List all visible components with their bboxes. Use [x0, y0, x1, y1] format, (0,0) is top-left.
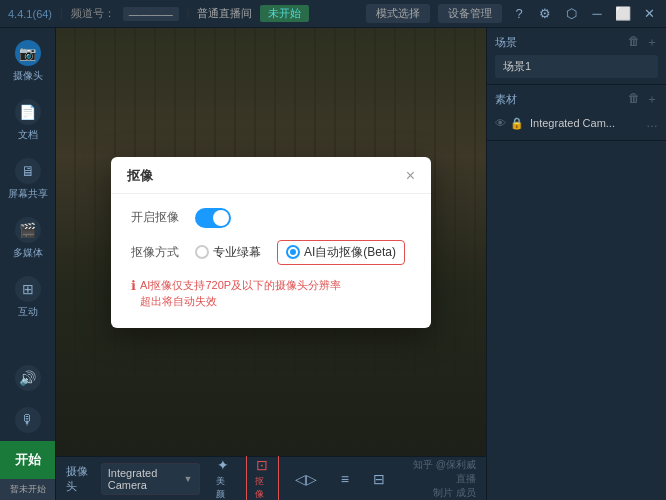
document-icon: 📄 — [15, 99, 41, 125]
modal-notice: ℹ AI抠像仅支持720P及以下的摄像头分辨率 超出将自动失效 — [131, 277, 411, 310]
material-add-icon[interactable]: ＋ — [646, 91, 658, 108]
vol-btn-3[interactable]: ⊟ — [365, 467, 393, 491]
modal-header: 抠像 × — [111, 157, 431, 194]
visibility-icon[interactable]: 👁 — [495, 117, 506, 130]
ai-label: AI自动抠像(Beta) — [304, 244, 396, 261]
help-icon[interactable]: ? — [510, 5, 528, 23]
mic-icon: 🎙 — [15, 407, 41, 433]
top-bar: 4.4.1(64) | 频道号： ———— | 普通直播间 未开始 模式选择 设… — [0, 0, 666, 28]
sidebar-document-label: 文档 — [18, 128, 38, 142]
restore-icon[interactable]: ⬜ — [614, 5, 632, 23]
material-item-icons: 👁 🔒 — [495, 117, 524, 130]
scene-add-icon[interactable]: ＋ — [646, 34, 658, 51]
minimize-icon[interactable]: ─ — [588, 5, 606, 23]
sidebar-item-mic[interactable]: 🎙 — [0, 399, 55, 441]
beauty-label: 美颜 — [216, 475, 231, 501]
channel-label: 频道号： — [71, 6, 115, 21]
sidebar-screen-label: 屏幕共享 — [8, 187, 48, 201]
mode-select-button[interactable]: 模式选择 — [366, 4, 430, 23]
modal-close-button[interactable]: × — [406, 168, 415, 184]
sidebar-item-camera[interactable]: 📷 摄像头 — [0, 32, 55, 91]
channel-value: ———— — [123, 7, 179, 21]
start-button[interactable]: 开始 — [0, 441, 55, 479]
modal-title: 抠像 — [127, 167, 153, 185]
sidebar-media-label: 多媒体 — [13, 246, 43, 260]
warn-button[interactable]: 暂未开始 — [0, 479, 55, 500]
scene-section-title: 场景 — [495, 35, 517, 50]
notice-icon: ℹ — [131, 278, 136, 293]
sidebar-item-interact[interactable]: ⊞ 互动 — [0, 268, 55, 327]
material-section-title: 素材 — [495, 92, 517, 107]
scene-section: 场景 🗑 ＋ 场景1 — [487, 28, 666, 85]
sidebar-item-screen[interactable]: 🖥 屏幕共享 — [0, 150, 55, 209]
ai-radio[interactable] — [286, 245, 300, 259]
scene-section-header: 场景 🗑 ＋ — [495, 34, 658, 51]
close-icon[interactable]: ✕ — [640, 5, 658, 23]
vol-icon-3: ⊟ — [373, 471, 385, 487]
video-canvas: 抠像 × 开启抠像 抠像方式 — [56, 28, 486, 456]
mode-row: 抠像方式 专业绿幕 AI自动抠像(Beta) — [131, 240, 411, 265]
vol-icon-1: ◁▷ — [295, 471, 317, 487]
material-item[interactable]: 👁 🔒 Integrated Cam... … — [495, 112, 658, 134]
material-more-icon[interactable]: … — [646, 116, 658, 130]
mode-label: 普通直播间 — [197, 6, 252, 21]
mode-label: 抠像方式 — [131, 244, 187, 261]
left-sidebar: 📷 摄像头 📄 文档 🖥 屏幕共享 🎬 多媒体 ⊞ 互动 🔊 🎙 开始 — [0, 28, 56, 500]
camera-icon: 📷 — [15, 40, 41, 66]
sidebar-item-document[interactable]: 📄 文档 — [0, 91, 55, 150]
toggle-row: 开启抠像 — [131, 208, 411, 228]
beauty-icon: ✦ — [217, 457, 229, 473]
share-icon[interactable]: ⬡ — [562, 5, 580, 23]
center-area: 抠像 × 开启抠像 抠像方式 — [56, 28, 486, 500]
capture-toggle[interactable] — [195, 208, 231, 228]
watermark-line2: 制片 成员 — [409, 486, 476, 500]
notice-line2: 超出将自动失效 — [140, 293, 341, 310]
modal-overlay: 抠像 × 开启抠像 抠像方式 — [56, 28, 486, 456]
device-manage-button[interactable]: 设备管理 — [438, 4, 502, 23]
vol-btn-2[interactable]: ≡ — [333, 467, 357, 491]
material-item-name: Integrated Cam... — [530, 117, 640, 129]
material-delete-icon[interactable]: 🗑 — [628, 91, 640, 108]
watermark-line1: 知乎 @保利威直播 — [409, 458, 476, 486]
right-panel: 场景 🗑 ＋ 场景1 素材 🗑 ＋ 👁 🔒 — [486, 28, 666, 500]
capture-button[interactable]: ⊡ 抠像 — [246, 452, 279, 501]
gear-icon[interactable]: ⚙ — [536, 5, 554, 23]
material-section: 素材 🗑 ＋ 👁 🔒 Integrated Cam... … — [487, 85, 666, 141]
material-section-actions: 🗑 ＋ — [628, 91, 658, 108]
sidebar-item-media[interactable]: 🎬 多媒体 — [0, 209, 55, 268]
sidebar-camera-label: 摄像头 — [13, 69, 43, 83]
scene-item[interactable]: 场景1 — [495, 55, 658, 78]
app-version: 4.4.1(64) — [8, 8, 52, 20]
ai-mode-option[interactable]: AI自动抠像(Beta) — [277, 240, 405, 265]
capture-label: 抠像 — [255, 475, 270, 501]
notice-line1: AI抠像仅支持720P及以下的摄像头分辨率 — [140, 277, 341, 294]
material-section-header: 素材 🗑 ＋ — [495, 91, 658, 108]
sidebar-bottom: 🔊 🎙 开始 暂未开始 — [0, 357, 55, 500]
beauty-button[interactable]: ✦ 美颜 — [208, 453, 239, 501]
camera-device-name: Integrated Camera — [108, 467, 180, 491]
professional-mode-option[interactable]: 专业绿幕 — [195, 244, 261, 261]
capture-icon: ⊡ — [256, 457, 268, 473]
right-panel-bottom — [487, 141, 666, 500]
lock-icon[interactable]: 🔒 — [510, 117, 524, 130]
chevron-down-icon: ▼ — [184, 474, 193, 484]
watermark-text: 知乎 @保利威直播 制片 成员 — [409, 458, 476, 500]
professional-radio[interactable] — [195, 245, 209, 259]
toggle-label: 开启抠像 — [131, 209, 187, 226]
mode-radio-group: 专业绿幕 AI自动抠像(Beta) — [195, 240, 405, 265]
professional-label: 专业绿幕 — [213, 244, 261, 261]
sidebar-interact-label: 互动 — [18, 305, 38, 319]
vol-icon-2: ≡ — [341, 471, 349, 487]
capture-modal: 抠像 × 开启抠像 抠像方式 — [111, 157, 431, 328]
live-status: 未开始 — [260, 5, 309, 22]
screen-share-icon: 🖥 — [15, 158, 41, 184]
vol-btn-1[interactable]: ◁▷ — [287, 467, 325, 491]
modal-body: 开启抠像 抠像方式 专业绿幕 — [111, 194, 431, 328]
scene-section-actions: 🗑 ＋ — [628, 34, 658, 51]
interact-icon: ⊞ — [15, 276, 41, 302]
scene-delete-icon[interactable]: 🗑 — [628, 34, 640, 51]
main-layout: 📷 摄像头 📄 文档 🖥 屏幕共享 🎬 多媒体 ⊞ 互动 🔊 🎙 开始 — [0, 28, 666, 500]
sidebar-item-sound[interactable]: 🔊 — [0, 357, 55, 399]
camera-device-select[interactable]: Integrated Camera ▼ — [101, 463, 200, 495]
media-icon: 🎬 — [15, 217, 41, 243]
